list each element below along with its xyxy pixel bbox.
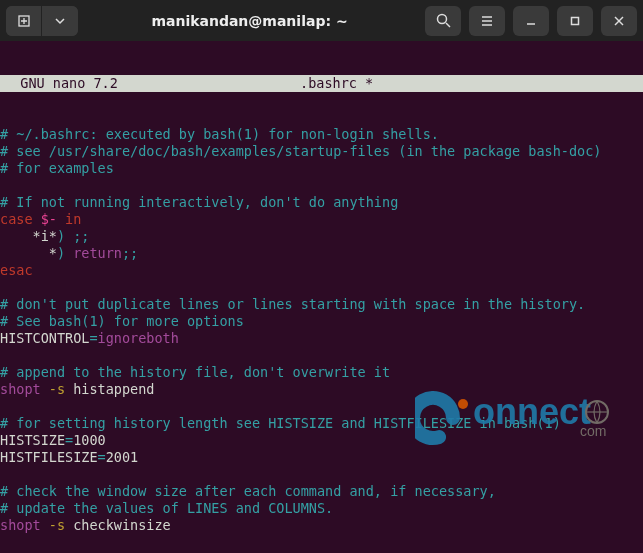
titlebar: manikandan@manilap: ~ <box>0 0 643 41</box>
editor-line: # See bash(1) for more options <box>0 313 643 330</box>
hamburger-icon <box>480 14 494 28</box>
editor-line: # If not running interactively, don't do… <box>0 194 643 211</box>
editor-line: esac <box>0 262 643 279</box>
menu-button[interactable] <box>469 6 505 36</box>
editor-line: HISTFILESIZE=2001 <box>0 449 643 466</box>
minimize-icon <box>525 15 537 27</box>
nano-version: GNU nano 7.2 <box>0 75 300 92</box>
editor-line: shopt -s checkwinsize <box>0 517 643 534</box>
nano-filename: .bashrc * <box>300 75 373 92</box>
nano-header: GNU nano 7.2 .bashrc * <box>0 75 643 92</box>
editor-line: # for setting history length see HISTSIZ… <box>0 415 643 432</box>
editor-line <box>0 466 643 483</box>
svg-point-3 <box>437 15 446 24</box>
editor-line <box>0 398 643 415</box>
editor-line: # ~/.bashrc: executed by bash(1) for non… <box>0 126 643 143</box>
svg-line-4 <box>446 23 450 27</box>
editor-line: HISTCONTROL=ignoreboth <box>0 330 643 347</box>
editor-line: *i*) ;; <box>0 228 643 245</box>
search-button[interactable] <box>425 6 461 36</box>
svg-rect-9 <box>572 17 579 24</box>
new-tab-dropdown[interactable] <box>42 6 78 36</box>
editor-line: shopt -s histappend <box>0 381 643 398</box>
editor-line: case $- in <box>0 211 643 228</box>
editor-line: # for examples <box>0 160 643 177</box>
minimize-button[interactable] <box>513 6 549 36</box>
editor-line: HISTSIZE=1000 <box>0 432 643 449</box>
close-icon <box>613 15 625 27</box>
editor-line: # update the values of LINES and COLUMNS… <box>0 500 643 517</box>
editor-line: # don't put duplicate lines or lines sta… <box>0 296 643 313</box>
maximize-icon <box>569 15 581 27</box>
plus-icon <box>17 14 31 28</box>
editor-line: *) return;; <box>0 245 643 262</box>
editor-line: # see /usr/share/doc/bash/examples/start… <box>0 143 643 160</box>
new-tab-button[interactable] <box>6 6 42 36</box>
maximize-button[interactable] <box>557 6 593 36</box>
window-title: manikandan@manilap: ~ <box>82 13 417 29</box>
terminal[interactable]: GNU nano 7.2 .bashrc * # ~/.bashrc: exec… <box>0 41 643 553</box>
editor-line <box>0 279 643 296</box>
search-icon <box>436 13 451 28</box>
editor-line: # append to the history file, don't over… <box>0 364 643 381</box>
editor-body: # ~/.bashrc: executed by bash(1) for non… <box>0 126 643 553</box>
editor-line: # check the window size after each comma… <box>0 483 643 500</box>
new-tab-group <box>6 6 78 36</box>
close-button[interactable] <box>601 6 637 36</box>
editor-line <box>0 534 643 551</box>
editor-line <box>0 177 643 194</box>
editor-line <box>0 347 643 364</box>
chevron-down-icon <box>55 16 65 26</box>
